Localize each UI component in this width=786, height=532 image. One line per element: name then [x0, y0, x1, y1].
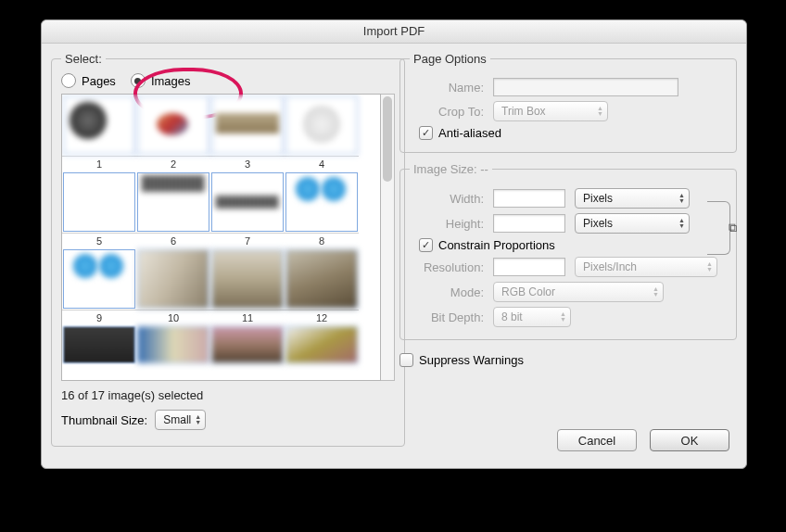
thumb-caption: 8 — [285, 233, 359, 248]
scrollbar-thumb[interactable] — [383, 96, 392, 182]
constrain-label: Constrain Proportions — [438, 238, 555, 252]
link-icon[interactable]: ⧉ — [707, 201, 730, 255]
import-pdf-dialog: Import PDF Select: Pages Images 1 2 3 — [41, 19, 747, 469]
height-unit-select[interactable]: Pixels ▲▼ — [575, 213, 690, 234]
chevron-up-down-icon: ▲▼ — [597, 106, 603, 117]
resolution-unit-select: Pixels/Inch ▲▼ — [575, 257, 717, 277]
cancel-button[interactable]: Cancel — [557, 429, 637, 451]
image-size-group: Image Size: -- Width: Pixels ▲▼ Height: — [399, 162, 737, 340]
height-field[interactable] — [493, 214, 565, 233]
chevron-up-down-icon: ▲▼ — [706, 261, 713, 272]
window-title: Import PDF — [42, 20, 746, 44]
thumbnail-grid[interactable]: 1 2 3 4 5 6 7 8 9 10 11 — [61, 94, 381, 381]
thumbnail-size-label: Thumbnail Size: — [61, 413, 147, 427]
suppress-label: Suppress Warnings — [419, 353, 524, 367]
ok-button[interactable]: OK — [650, 429, 729, 451]
chevron-up-down-icon: ▲▼ — [653, 286, 659, 298]
thumb-caption: 6 — [136, 233, 210, 248]
thumb-caption: 7 — [210, 233, 285, 248]
resolution-field[interactable] — [493, 258, 565, 276]
crop-label: Crop To: — [410, 105, 484, 119]
crop-select: Trim Box ▲▼ — [493, 101, 608, 121]
thumb-caption: 10 — [136, 310, 210, 325]
pages-radio[interactable] — [61, 73, 76, 88]
bitdepth-label: Bit Depth: — [410, 310, 484, 324]
name-field — [493, 78, 678, 96]
pages-radio-label: Pages — [82, 74, 116, 88]
width-unit-select[interactable]: Pixels ▲▼ — [575, 188, 690, 209]
width-label: Width: — [410, 192, 484, 206]
suppress-checkbox[interactable]: ✓ — [399, 353, 413, 367]
chevron-up-down-icon: ▲▼ — [560, 311, 566, 323]
resolution-label: Resolution: — [410, 260, 484, 274]
select-legend: Select: — [61, 52, 106, 66]
thumb-caption: 4 — [285, 156, 359, 171]
thumb-caption: 5 — [62, 233, 136, 248]
thumb-caption: 2 — [136, 156, 210, 171]
thumb-caption: 11 — [210, 310, 285, 325]
thumb-caption: 12 — [285, 310, 359, 325]
selection-status: 16 of 17 image(s) selected — [61, 388, 395, 402]
thumb-caption: 1 — [62, 156, 136, 171]
bitdepth-select: 8 bit ▲▼ — [493, 307, 571, 327]
thumbnail-size-select[interactable]: Small ▲▼ — [155, 410, 206, 430]
chevron-up-down-icon: ▲▼ — [195, 414, 201, 425]
width-field[interactable] — [493, 189, 565, 208]
mode-label: Mode: — [410, 285, 484, 299]
antialias-checkbox[interactable]: ✓ — [419, 126, 433, 140]
images-radio[interactable] — [131, 73, 146, 88]
images-radio-label: Images — [151, 74, 191, 88]
height-label: Height: — [410, 217, 484, 231]
thumb-caption: 3 — [210, 156, 285, 171]
mode-select: RGB Color ▲▼ — [493, 282, 664, 302]
constrain-checkbox[interactable]: ✓ — [419, 238, 433, 252]
chevron-up-down-icon: ▲▼ — [678, 193, 685, 204]
page-options-legend: Page Options — [410, 52, 490, 66]
name-label: Name: — [410, 81, 484, 95]
grid-scrollbar[interactable] — [381, 94, 395, 381]
select-group: Select: Pages Images 1 2 3 4 — [51, 52, 405, 447]
page-options-group: Page Options Name: Crop To: Trim Box ▲▼ … — [399, 52, 737, 153]
thumb-caption: 9 — [62, 310, 136, 325]
image-size-legend: Image Size: -- — [410, 162, 492, 176]
antialias-label: Anti-aliased — [438, 126, 501, 140]
chevron-up-down-icon: ▲▼ — [678, 218, 685, 229]
